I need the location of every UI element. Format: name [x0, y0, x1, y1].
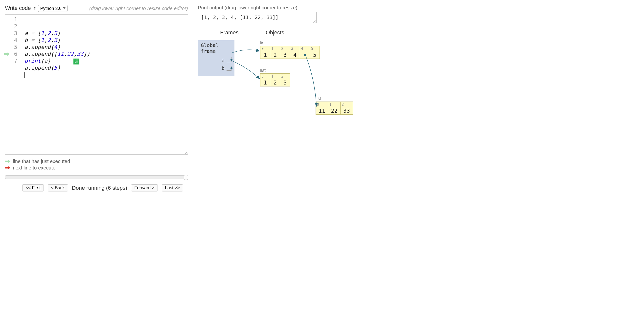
global-frame-label: Global frame	[201, 42, 232, 54]
print-output-text: [1, 2, 3, 4, [11, 22, 33]]	[201, 14, 278, 20]
slider-thumb[interactable]	[184, 175, 188, 180]
last-button[interactable]: Last >>	[162, 184, 183, 191]
code-line[interactable]: a.append(5)	[24, 64, 185, 71]
visualization-area: Global frame a b list 01234512345 list 0…	[198, 40, 639, 144]
resize-handle-icon[interactable]	[312, 19, 316, 22]
svg-marker-1	[5, 160, 10, 163]
status-text: Done running (6 steps)	[72, 185, 127, 191]
vis-headers: Frames Objects	[220, 29, 639, 36]
code-area[interactable]: a = [1,2,3]b = [1,2,3]a.append(4)a.appen…	[22, 14, 188, 154]
print-output-box[interactable]: [1, 2, 3, 4, [11, 22, 33]]	[198, 12, 316, 23]
line-gutter: 1234567	[5, 14, 22, 154]
list-label: list	[316, 96, 321, 101]
svg-marker-2	[5, 166, 10, 169]
resize-handle-icon[interactable]	[184, 150, 187, 154]
frames-header: Frames	[220, 29, 239, 36]
code-line[interactable]: a.append(4)	[24, 44, 185, 51]
executed-arrow-icon	[4, 51, 10, 57]
translate-badge[interactable]: 译	[74, 58, 80, 64]
code-editor[interactable]: 1234567 a = [1,2,3]b = [1,2,3]a.append(4…	[5, 14, 188, 155]
print-output-label: Print output (drag lower right corner to…	[198, 5, 639, 11]
svg-marker-0	[4, 52, 10, 56]
legend-executed: line that has just executed	[13, 159, 70, 164]
next-arrow-icon	[5, 166, 10, 169]
step-controls: << First < Back Done running (6 steps) F…	[5, 184, 188, 191]
list-label: list	[260, 68, 266, 73]
frame-var-b: b	[201, 64, 232, 72]
legend: line that has just executed next line to…	[5, 158, 188, 171]
code-line[interactable]: b = [1,2,3]	[24, 37, 185, 44]
language-select[interactable]: Python 3.6	[38, 5, 68, 12]
first-button[interactable]: << First	[22, 184, 44, 191]
legend-next: next line to execute	[13, 165, 56, 171]
list-object-nested: 012112233	[316, 101, 353, 115]
code-line[interactable]: print(a)	[24, 57, 185, 64]
write-code-label: Write code in	[5, 5, 36, 11]
back-button[interactable]: < Back	[48, 184, 68, 191]
code-line[interactable]	[24, 71, 185, 78]
list-object-b: 012123	[260, 73, 290, 86]
resize-hint: (drag lower right corner to resize code …	[89, 6, 188, 11]
frame-var-a: a	[201, 56, 232, 64]
code-line[interactable]: a = [1,2,3]	[24, 30, 185, 37]
code-line[interactable]: a.append([11,22,33])	[24, 51, 185, 57]
global-frame: Global frame a b	[198, 40, 234, 76]
editor-header: Write code in Python 3.6 (drag lower rig…	[5, 5, 188, 12]
list-label: list	[260, 40, 266, 45]
list-object-a: 01234512345	[260, 46, 320, 59]
forward-button[interactable]: Forward >	[131, 184, 158, 191]
objects-header: Objects	[266, 29, 284, 36]
executed-arrow-icon	[5, 160, 10, 163]
step-slider[interactable]	[5, 175, 188, 180]
